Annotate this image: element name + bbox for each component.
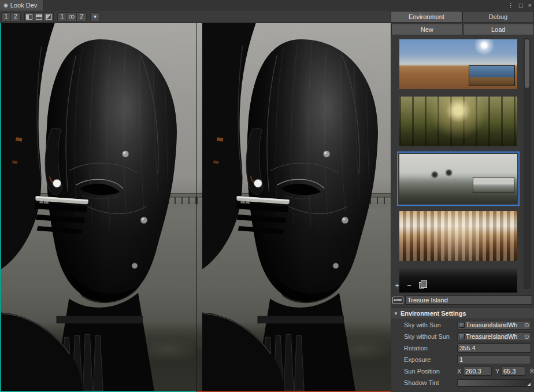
treasure-island-hdri-image [399,154,517,204]
church-hdri-image [399,211,517,261]
rotation-input[interactable] [457,343,531,353]
sky-with-sun-value: TreasureIslandWh [466,321,523,328]
texture-mini-icon [459,322,465,328]
window-close-icon[interactable]: × [528,2,532,9]
object-picker-icon[interactable]: ⊙ [524,334,529,340]
robot-head-render [196,23,391,391]
environment-panel: New Load + − HDR ▼ Environment Settings [391,23,534,392]
sun-y-input[interactable] [501,367,525,376]
tab-debug[interactable]: Debug [462,11,534,23]
robot-head-render [1,23,196,391]
sky-with-sun-label: Sky with Sun [404,321,457,328]
side-by-side-icon [26,14,32,20]
sky-with-sun-row: Sky with Sun TreasureIslandWh ⊙ [391,319,534,331]
window-tab-lookdev[interactable]: ◉ Look Dev [0,0,43,10]
shadow-tint-row: Shadow Tint [391,377,534,389]
sun-position-label: Sun Position [404,368,457,375]
view1-button[interactable]: 1 [1,12,11,21]
add-hdri-button[interactable]: + [392,281,402,290]
env1-button[interactable]: 1 [57,12,67,21]
chevron-down-icon: ▾ [94,14,97,20]
sky-without-sun-label: Sky without Sun [404,333,457,340]
duplicate-icon [419,282,424,289]
hdri-list-controls: + − [392,281,426,290]
tab-environment[interactable]: Environment [391,11,462,23]
zone-view-button[interactable] [44,12,54,21]
hdri-list-scrollbar[interactable] [524,38,531,289]
foldout-triangle-icon: ▼ [394,311,398,316]
desert-hdri-image [399,39,517,89]
hdri-library-list: + − [391,36,534,293]
title-bar: ◉ Look Dev ⋮ □ × [0,0,534,10]
hdri-thumbnail-church[interactable] [399,211,517,261]
lookdev-toolbar: 1 2 1 2 ▾ [1,10,100,23]
rotation-row: Rotation [391,342,534,354]
link-icon [69,15,75,19]
shadow-tint-color-field[interactable] [457,379,531,387]
sun-x-label: X [457,368,463,375]
exposure-row: Exposure [391,354,534,365]
sun-icon: ☼ [529,368,534,375]
new-environment-button[interactable]: New [391,24,463,35]
duplicate-hdri-button[interactable] [417,281,426,290]
hdri-name-input[interactable] [405,295,532,305]
render-view-1[interactable] [0,23,196,392]
rotation-label: Rotation [404,345,457,352]
lookdev-eye-icon: ◉ [3,3,8,8]
sun-position-row: Sun Position X Y ☼ [391,365,534,377]
view2-button[interactable]: 2 [11,12,21,21]
side-by-side-view-button[interactable] [24,12,34,21]
hdri-thumbnail-forest[interactable] [399,97,517,146]
load-environment-button[interactable]: Load [463,24,534,35]
link-environments-button[interactable] [67,12,77,21]
scrollbar-thumb[interactable] [525,39,529,88]
window-menu-icon[interactable]: ⋮ [507,2,514,9]
forest-hdri-image [399,97,517,146]
exposure-input[interactable] [457,355,531,364]
panel-tabs: Environment Debug [391,10,534,23]
texture-mini-icon [459,334,465,339]
hdri-thumbnail-desert[interactable] [399,39,517,89]
lookdev-viewport [0,23,391,392]
window-maximize-icon[interactable]: □ [519,2,523,9]
sun-y-label: Y [495,368,501,375]
toolbar-row: 1 2 1 2 ▾ Environment Debug [0,10,534,23]
exposure-label: Exposure [404,356,457,363]
window-title: Look Dev [10,2,37,9]
sky-with-sun-object-field[interactable]: TreasureIslandWh ⊙ [457,321,531,330]
object-picker-icon[interactable]: ⊙ [524,322,529,328]
environment-actions: New Load [391,23,534,36]
hdri-thumbnail-treasure-island[interactable] [399,154,517,204]
shadow-tint-label: Shadow Tint [404,379,457,386]
environment-settings-title: Environment Settings [400,310,466,317]
window-controls: ⋮ □ × [507,0,532,10]
environment-settings-foldout[interactable]: ▼ Environment Settings [391,308,534,319]
diagonal-split-icon [46,14,52,20]
lookdev-window: ◉ Look Dev ⋮ □ × 1 2 1 2 ▾ [0,0,534,392]
sky-without-sun-value: TreasureIslandWh [466,333,523,340]
render-view-2[interactable] [196,23,391,392]
horizontal-split-icon [36,14,42,20]
sky-without-sun-object-field[interactable]: TreasureIslandWh ⊙ [457,332,531,341]
remove-hdri-button[interactable]: − [405,281,414,290]
hdr-badge: HDR [392,297,403,304]
sky-without-sun-row: Sky without Sun TreasureIslandWh ⊙ [391,331,534,342]
hdri-name-row: HDR [391,293,534,308]
sun-position-picker-button[interactable]: ☼ [527,367,534,376]
camera-menu-button[interactable]: ▾ [90,12,100,21]
sun-x-input[interactable] [463,367,492,376]
split-view-button[interactable] [34,12,44,21]
env2-button[interactable]: 2 [77,12,87,21]
